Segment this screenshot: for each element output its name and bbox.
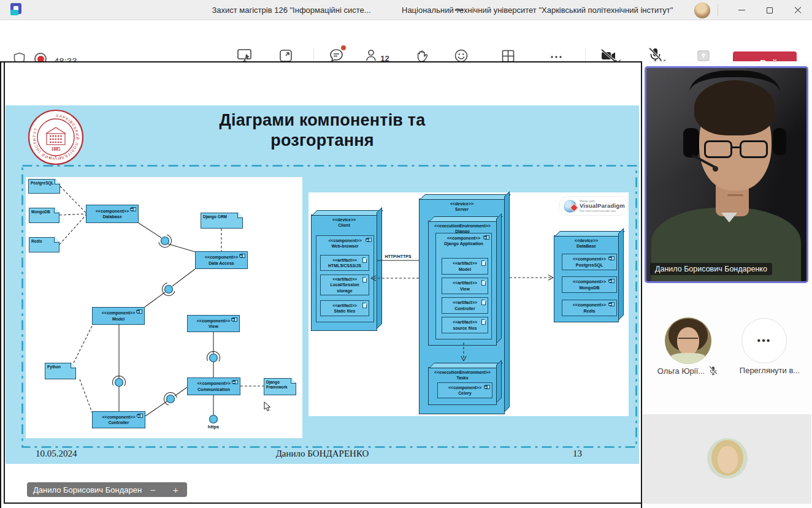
component-icon: [137, 309, 142, 314]
art-source-files: <<artifact>> source files: [442, 317, 488, 333]
slide-date: 10.05.2024: [36, 449, 77, 459]
label-https: https: [202, 424, 224, 430]
view-more-label: Переглянути в...: [732, 366, 808, 375]
participant-tile-bottom[interactable]: [643, 414, 811, 504]
meeting-toolbar: 48:33 Почати Відкріпити Чат 12: [0, 21, 812, 61]
comp-view: <<component>> View: [187, 315, 240, 332]
note-fold: [54, 238, 59, 243]
comp-redis: <<component>> Redis: [562, 300, 617, 316]
participant-avatar-bottom: [707, 438, 748, 479]
visual-paradigm-badge: Made withVisualParadigmFor non-commercia…: [559, 196, 629, 216]
artifact-icon: [481, 319, 486, 325]
artifact-icon: [481, 260, 486, 266]
zoom-in-button[interactable]: +: [167, 485, 185, 495]
meeting-title: Захист магістрів 126 "Інформаційні систе…: [184, 0, 399, 20]
speaker-mouth: [727, 194, 743, 196]
note-fold: [55, 180, 59, 184]
zoom-control-pill[interactable]: − +: [142, 482, 187, 497]
participant-avatar-olga[interactable]: [665, 317, 711, 364]
minimize-button[interactable]: [727, 0, 756, 20]
visual-paradigm-logo: [564, 200, 576, 213]
deployment-diagram-panel: HTTP/HTTPS<<device>> Client<<device>> Se…: [308, 192, 629, 416]
presentation-slide: ХАРКІВСЬКИЙ ПОЛІТЕХНІЧНИЙ ІНСТИТУТ 1885 …: [6, 105, 639, 464]
avatar-glasses: [678, 338, 698, 343]
component-icon: [232, 317, 237, 322]
note-django-framework: Django Framework: [264, 378, 296, 395]
shared-screen-stage: ХАРКІВСЬКИЙ ПОЛІТЕХНІЧНИЙ ІНСТИТУТ 1885 …: [0, 61, 642, 508]
note-postgresql: PostgreSQL: [28, 179, 60, 194]
slide-page-number: 13: [573, 449, 582, 459]
comp-communication: <<component>> Communication: [187, 377, 240, 395]
note-fold: [54, 208, 59, 213]
note-django-orm: Django ORM: [201, 213, 243, 229]
art-static-files: <<artifact>> Static files: [320, 300, 369, 316]
art-controller: <<artifact>> Controller: [442, 297, 488, 314]
note-redis: Redis: [29, 237, 59, 252]
headphone-cup-left: [683, 128, 699, 157]
titlebar: Захист магістрів 126 "Інформаційні систе…: [0, 0, 812, 20]
vp-diamond-icon: [570, 203, 578, 211]
art-view: <<artifact>> View: [442, 278, 488, 294]
component-icon: [485, 235, 489, 240]
note-fold: [71, 363, 75, 368]
headphone-cup-right: [773, 128, 786, 155]
glasses-bridge: [731, 146, 741, 148]
comp-mongodb: <<component>> MongoDB: [562, 276, 617, 293]
speaker-name-tag: Данило Борисович Бондаренко: [650, 263, 772, 275]
comp-database: <<component>> Database: [86, 205, 139, 223]
participants-sidebar: Данило Борисович Бондаренко Ольга Юрії..…: [642, 61, 812, 508]
component-icon: [610, 279, 615, 283]
comp-data-access: <<component>> Data Access: [195, 251, 248, 269]
participant-label-olga: Ольга Юрії...: [647, 366, 728, 376]
artifact-icon: [362, 277, 367, 282]
teams-app-icon: [10, 3, 25, 17]
speaker-video-tile[interactable]: Данило Борисович Бондаренко: [645, 66, 808, 283]
note-mongodb: MongoDB: [29, 208, 59, 223]
component-icon: [610, 256, 615, 260]
artifact-icon: [362, 303, 367, 308]
org-title: Національний технічний університет "Харк…: [402, 0, 690, 20]
svg-text:1885: 1885: [52, 146, 61, 152]
close-button[interactable]: [784, 0, 812, 20]
component-icon: [367, 238, 372, 242]
comp-controller: <<component>> Controller: [92, 411, 145, 428]
mouse-cursor: [264, 401, 271, 414]
avatar-face: [718, 446, 738, 473]
component-icon: [610, 302, 615, 306]
glasses-left-lens: [704, 140, 732, 158]
component-diagram-panel: PostgreSQLMongoDBRedis<<component>> Data…: [26, 177, 302, 438]
note-python: Python: [45, 363, 76, 379]
presenter-name-pill: Данило Борисович Бондаренко: [27, 482, 156, 497]
headphones-band: [689, 70, 780, 115]
svg-text:Н Т У: Н Т У: [49, 156, 63, 159]
component-icon: [233, 380, 238, 384]
svg-text:HTTP/HTTPS: HTTP/HTTPS: [385, 254, 411, 259]
maximize-icon: [767, 7, 773, 13]
comp-postgressql: <<component>> PostgresSQL: [562, 254, 617, 270]
zoom-out-button[interactable]: −: [144, 485, 163, 495]
slide-author: Данило БОНДАРЕНКО: [276, 449, 369, 459]
avatar-shirt: [670, 353, 707, 364]
mic-tip: [713, 166, 718, 172]
view-more-participants-button[interactable]: •••: [741, 318, 787, 363]
chat-notification-dot: [341, 45, 346, 50]
university-seal-logo: ХАРКІВСЬКИЙ ПОЛІТЕХНІЧНИЙ ІНСТИТУТ 1885 …: [28, 109, 84, 168]
panel1-connections: [26, 177, 302, 438]
close-icon: [794, 7, 802, 14]
note-fold: [291, 379, 296, 384]
artifact-icon: [362, 257, 367, 263]
artifact-icon: [481, 280, 486, 286]
titlebar-divider: [718, 4, 718, 16]
glasses-right-lens: [740, 140, 768, 158]
artifact-icon: [481, 300, 486, 305]
presentation-left-edge: [4, 63, 5, 504]
teams-meeting-window: Захист магістрів 126 "Інформаційні систе…: [0, 0, 812, 508]
art-local-session-storage: <<artifact>> Local/Session storage: [320, 275, 369, 295]
art-html5-css3-js: <<artifact>> HTML5/CSS3/JS: [320, 255, 369, 271]
maximize-button[interactable]: [756, 0, 784, 20]
component-icon: [138, 414, 143, 418]
component-icon: [131, 207, 136, 211]
share-border-top: [0, 61, 642, 63]
titlebar-avatar[interactable]: [694, 2, 710, 18]
mic-muted-icon: [708, 366, 718, 376]
